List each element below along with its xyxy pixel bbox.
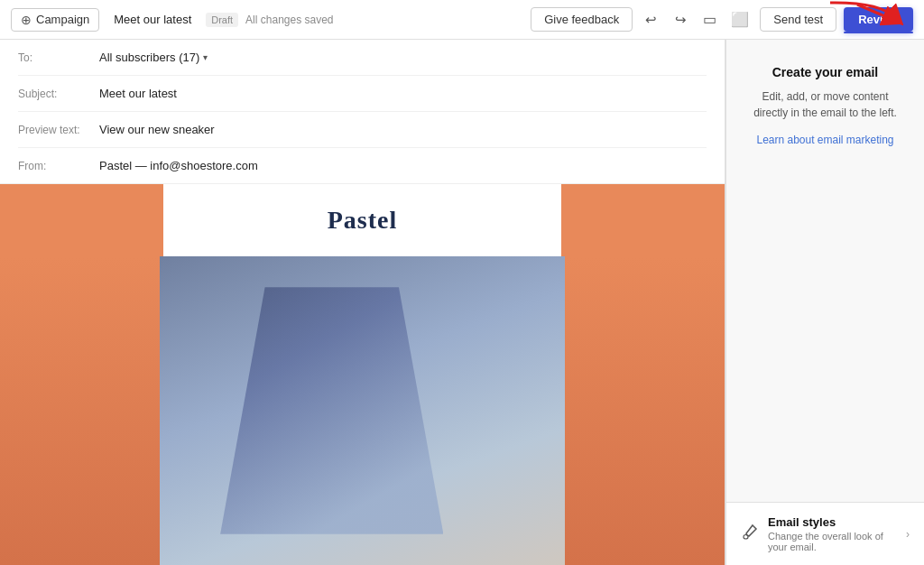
from-label: From: — [18, 160, 99, 172]
preview-text-value[interactable]: View our new sneaker — [99, 123, 707, 136]
to-label: To: — [18, 51, 99, 64]
desktop-icon: ⬜ — [731, 12, 749, 27]
review-button[interactable]: Review — [844, 7, 913, 32]
saved-status: All changes saved — [245, 14, 333, 26]
give-feedback-button[interactable]: Give feedback — [531, 7, 633, 32]
redo-icon: ↪ — [675, 12, 687, 27]
campaign-icon: ⊕ — [21, 13, 32, 27]
topbar-left: ⊕ Campaign Meet our latest Draft All cha… — [11, 8, 523, 32]
editor-panel: To: All subscribers (17) ▾ Subject: Meet… — [0, 40, 725, 565]
email-styles-section[interactable]: Email styles Change the overall look of … — [726, 502, 924, 565]
subject-value[interactable]: Meet our latest — [99, 87, 707, 100]
orange-right-band — [565, 256, 725, 565]
email-styles-icon — [741, 523, 759, 545]
from-value[interactable]: Pastel — info@shoestore.com — [99, 159, 707, 172]
right-sidebar: Create your email Edit, add, or move con… — [725, 40, 924, 565]
topbar-right: Give feedback ↩ ↪ ▭ ⬜ Send test Review — [531, 7, 913, 32]
preview-text-label: Preview text: — [18, 124, 99, 136]
campaign-button[interactable]: ⊕ Campaign — [11, 8, 99, 32]
image-overlay — [220, 287, 443, 534]
product-image — [160, 256, 566, 565]
email-styles-chevron-icon: › — [906, 528, 910, 541]
tab-name: Meet our latest — [106, 9, 199, 30]
undo-button[interactable]: ↩ — [640, 8, 662, 32]
orange-left-band — [0, 256, 160, 565]
email-styles-text: Email styles Change the overall look of … — [768, 515, 897, 552]
to-value[interactable]: All subscribers (17) ▾ — [99, 51, 707, 64]
email-meta: To: All subscribers (17) ▾ Subject: Meet… — [0, 40, 725, 184]
main-layout: To: All subscribers (17) ▾ Subject: Meet… — [0, 40, 924, 565]
mobile-icon: ▭ — [703, 12, 716, 27]
redo-button[interactable]: ↪ — [670, 8, 692, 32]
subject-label: Subject: — [18, 88, 99, 100]
email-content-wrapper: Pastel — [0, 184, 725, 565]
from-row: From: Pastel — info@shoestore.com — [18, 148, 707, 183]
preview-text-row: Preview text: View our new sneaker — [18, 112, 707, 148]
brand-name: Pastel — [328, 206, 398, 235]
undo-icon: ↩ — [645, 12, 657, 27]
email-image-band — [0, 256, 725, 565]
to-row: To: All subscribers (17) ▾ — [18, 40, 707, 76]
email-body: Pastel — [0, 184, 725, 565]
email-styles-sub: Change the overall look of your email. — [768, 531, 897, 552]
sidebar-top: Create your email Edit, add, or move con… — [726, 40, 924, 502]
campaign-label: Campaign — [36, 13, 89, 26]
email-header-band: Pastel — [0, 184, 725, 256]
mobile-preview-button[interactable]: ▭ — [699, 7, 720, 32]
send-test-button[interactable]: Send test — [760, 7, 836, 32]
draft-badge: Draft — [206, 13, 238, 27]
desktop-preview-button[interactable]: ⬜ — [727, 7, 753, 32]
sidebar-heading: Create your email — [772, 65, 879, 79]
topbar: ⊕ Campaign Meet our latest Draft All cha… — [0, 0, 924, 40]
to-dropdown-arrow: ▾ — [203, 52, 208, 62]
subject-row: Subject: Meet our latest — [18, 76, 707, 112]
email-preview: Pastel — [0, 184, 725, 565]
email-header-inner: Pastel — [163, 184, 562, 256]
review-underline — [844, 32, 913, 33]
email-styles-title: Email styles — [768, 515, 897, 529]
learn-email-marketing-link[interactable]: Learn about email marketing — [756, 134, 893, 146]
sidebar-body: Edit, add, or move content directly in t… — [744, 88, 906, 121]
